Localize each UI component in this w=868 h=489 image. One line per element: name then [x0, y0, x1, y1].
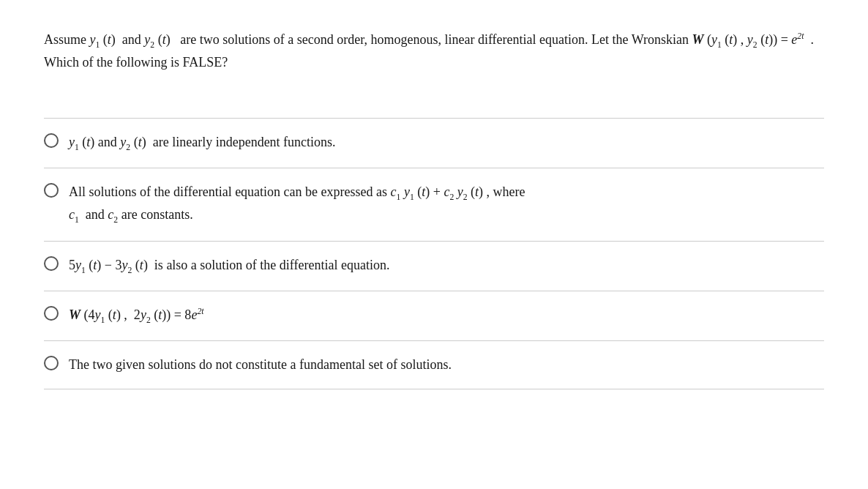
option-item-5[interactable]: The two given solutions do not constitut… — [44, 341, 824, 389]
radio-5[interactable] — [44, 356, 59, 370]
question-text: Assume y1 (t) and y2 (t) are two solutio… — [44, 29, 824, 74]
option-text-4: W (4y1 (t) , 2y2 (t)) = 8e2t — [69, 305, 203, 327]
question-block: Assume y1 (t) and y2 (t) are two solutio… — [44, 29, 824, 96]
option-item-1[interactable]: y1 (t) and y2 (t) are linearly independe… — [44, 118, 824, 168]
options-list: y1 (t) and y2 (t) are linearly independe… — [44, 118, 824, 389]
option-text-5: The two given solutions do not constitut… — [69, 354, 452, 376]
radio-4[interactable] — [44, 306, 59, 321]
option-item-2[interactable]: All solutions of the differential equati… — [44, 168, 824, 242]
option-item-4[interactable]: W (4y1 (t) , 2y2 (t)) = 8e2t — [44, 291, 824, 341]
option-text-2: All solutions of the differential equati… — [69, 182, 525, 228]
option-text-1: y1 (t) and y2 (t) are linearly independe… — [69, 132, 336, 154]
radio-2[interactable] — [44, 183, 59, 198]
option-item-3[interactable]: 5y1 (t) − 3y2 (t) is also a solution of … — [44, 242, 824, 291]
option-text-3: 5y1 (t) − 3y2 (t) is also a solution of … — [69, 255, 389, 277]
radio-1[interactable] — [44, 133, 59, 148]
radio-3[interactable] — [44, 256, 59, 271]
